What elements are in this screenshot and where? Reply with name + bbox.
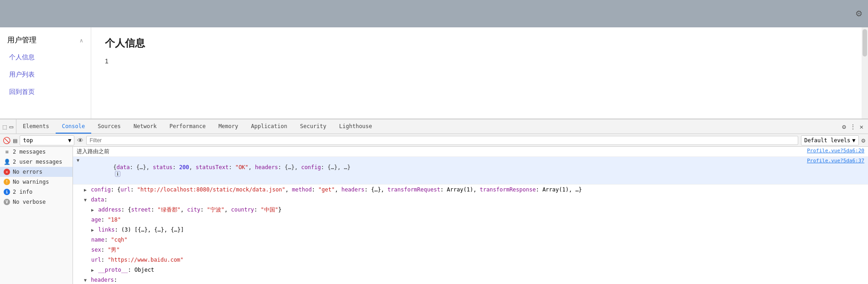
device-icon[interactable]: ▭ bbox=[9, 123, 13, 130]
headers-expand-arrow[interactable]: ▼ bbox=[84, 278, 87, 283]
tab-security[interactable]: Security bbox=[294, 119, 333, 134]
log-entry-router: 进入路由之前 Profile.vue?5da6:20 bbox=[73, 147, 868, 157]
log-age-line: age: "18" bbox=[73, 215, 868, 225]
chevron-up-icon: ∧ bbox=[79, 37, 83, 44]
console-sidebar-verbose[interactable]: V No verbose bbox=[0, 197, 73, 207]
config-expand-arrow[interactable]: ▶ bbox=[84, 187, 87, 192]
console-eye-icon[interactable]: 👁 bbox=[77, 137, 83, 144]
log-url-line: url: "https://www.baidu.com" bbox=[73, 255, 868, 265]
console-sidebar: ≡ 2 messages 👤 2 user messages ✕ No erro… bbox=[0, 147, 73, 284]
console-sidebar-user-messages[interactable]: 👤 2 user messages bbox=[0, 157, 73, 167]
log-proto-line: ▶ __proto__: Object bbox=[73, 265, 868, 275]
top-bar: ⚙ bbox=[0, 0, 868, 27]
devtools-tabbar: ⬚ ▭ Elements Console Sources Network Per… bbox=[0, 119, 868, 134]
log-links-line: ▶ links: (3) [{…}, {…}, {…}] bbox=[73, 225, 868, 235]
scroll-thumb[interactable] bbox=[863, 29, 867, 57]
info-icon: i bbox=[4, 189, 10, 195]
tab-application[interactable]: Application bbox=[244, 119, 293, 134]
tab-performance[interactable]: Performance bbox=[163, 119, 212, 134]
page-number: 1 bbox=[105, 57, 848, 65]
devtools-right-controls: ⚙ ⋮ ✕ bbox=[837, 123, 868, 130]
console-body: ≡ 2 messages 👤 2 user messages ✕ No erro… bbox=[0, 147, 868, 284]
devtools-close-icon[interactable]: ✕ bbox=[860, 123, 863, 130]
console-filter-input[interactable] bbox=[86, 136, 798, 145]
devtools-left-controls: ⬚ ▭ bbox=[0, 119, 16, 134]
log-headers-line: ▼ headers: bbox=[73, 275, 868, 284]
console-toolbar: 🚫 ▤ top ▼ 👁 Default levels ▼ ⚙ bbox=[0, 134, 868, 147]
error-icon: ✕ bbox=[4, 169, 10, 175]
console-level-select[interactable]: Default levels ▼ bbox=[801, 135, 858, 145]
console-sidebar-toggle-icon[interactable]: ▤ bbox=[13, 137, 17, 144]
log-source-1[interactable]: Profile.vue?5da6:20 bbox=[807, 148, 864, 154]
expand-object-arrow[interactable]: ▼ bbox=[77, 158, 79, 163]
level-chevron-icon: ▼ bbox=[852, 137, 855, 144]
log-entry-object: ▼ {data: {…}, status: 200, statusText: "… bbox=[73, 157, 868, 185]
main-content: 个人信息 1 bbox=[91, 27, 862, 119]
sidebar-menu-title: 用户管理 bbox=[7, 36, 36, 45]
log-sex-line: sex: "男" bbox=[73, 245, 868, 255]
verbose-icon: V bbox=[4, 199, 10, 205]
tab-sources[interactable]: Sources bbox=[91, 119, 127, 134]
console-sidebar-errors[interactable]: ✕ No errors bbox=[0, 167, 73, 177]
devtools-settings-icon[interactable]: ⚙ bbox=[842, 123, 846, 130]
info-badge[interactable]: ℹ bbox=[115, 171, 120, 177]
devtools-panel: ⬚ ▭ Elements Console Sources Network Per… bbox=[0, 119, 868, 284]
tab-network[interactable]: Network bbox=[127, 119, 163, 134]
console-context-select[interactable]: top ▼ bbox=[20, 135, 74, 145]
devtools-more-icon[interactable]: ⋮ bbox=[850, 123, 856, 130]
sidebar-item-userlist[interactable]: 用户列表 bbox=[0, 66, 91, 83]
sidebar: 用户管理 ∧ 个人信息 用户列表 回到首页 bbox=[0, 27, 91, 119]
console-sidebar-warnings[interactable]: ! No warnings bbox=[0, 177, 73, 187]
log-name-line: name: "cqh" bbox=[73, 235, 868, 245]
log-data-line: ▼ data: bbox=[73, 195, 868, 205]
user-messages-icon: 👤 bbox=[4, 159, 10, 165]
console-sidebar-info[interactable]: i 2 info bbox=[0, 187, 73, 197]
sidebar-menu-header[interactable]: 用户管理 ∧ bbox=[0, 32, 91, 49]
console-log: 进入路由之前 Profile.vue?5da6:20 ▼ {data: {…},… bbox=[73, 147, 868, 284]
sidebar-item-home[interactable]: 回到首页 bbox=[0, 83, 91, 101]
messages-icon: ≡ bbox=[4, 149, 10, 155]
log-config-line: ▶ config: {url: "http://localhost:8080/s… bbox=[73, 185, 868, 195]
log-text-object: {data: {…}, status: 200, statusText: "OK… bbox=[80, 158, 803, 183]
tab-console[interactable]: Console bbox=[56, 119, 92, 134]
proto-expand-arrow[interactable]: ▶ bbox=[91, 268, 94, 273]
sidebar-item-profile[interactable]: 个人信息 bbox=[0, 49, 91, 66]
settings-icon[interactable]: ⚙ bbox=[855, 9, 863, 19]
inspect-icon[interactable]: ⬚ bbox=[3, 123, 6, 130]
tab-lighthouse[interactable]: Lighthouse bbox=[333, 119, 379, 134]
page-title: 个人信息 bbox=[105, 36, 848, 50]
scroll-area[interactable] bbox=[862, 27, 868, 119]
data-expand-arrow[interactable]: ▼ bbox=[84, 197, 87, 202]
warning-icon: ! bbox=[4, 179, 10, 185]
log-address-line: ▶ address: {street: "绿香郡", city: "宁波", c… bbox=[73, 205, 868, 215]
console-no-errors-icon[interactable]: 🚫 bbox=[3, 137, 10, 144]
address-expand-arrow[interactable]: ▶ bbox=[91, 207, 94, 212]
log-text-router: 进入路由之前 bbox=[77, 148, 803, 155]
console-sidebar-all-messages[interactable]: ≡ 2 messages bbox=[0, 147, 73, 157]
links-expand-arrow[interactable]: ▶ bbox=[91, 227, 94, 232]
tab-memory[interactable]: Memory bbox=[212, 119, 244, 134]
log-source-2[interactable]: Profile.vue?5da6:37 bbox=[807, 158, 864, 164]
console-settings-icon[interactable]: ⚙ bbox=[862, 137, 865, 144]
chevron-down-icon: ▼ bbox=[68, 137, 71, 144]
tab-elements[interactable]: Elements bbox=[16, 119, 56, 134]
